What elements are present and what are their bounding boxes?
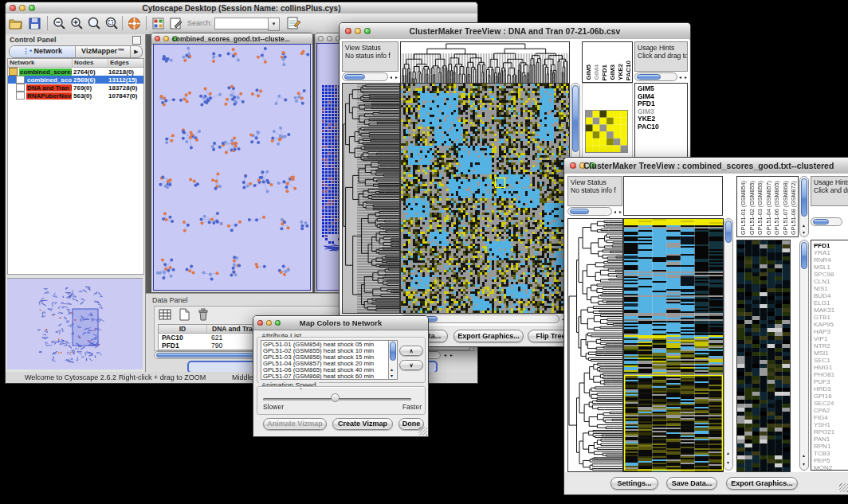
gene-label[interactable]: PFD1 (814, 242, 848, 249)
gene-label[interactable]: SEC24 (814, 400, 848, 407)
network-table-row[interactable]: combined_sco2569(6)13112(15) (8, 76, 143, 84)
minimize-icon[interactable] (163, 36, 169, 41)
minimize-icon[interactable] (327, 36, 332, 41)
treeview2-gene-list[interactable]: PFD1YRA1RNR4MSL1SPC98CLN1NIS1BUD4ELG1MAK… (811, 240, 848, 471)
treeview2-row-dendrogram[interactable] (567, 218, 623, 472)
gene-label[interactable]: MAK31 (814, 307, 848, 314)
animate-vizmap-button[interactable]: Animate Vizmap (263, 418, 327, 430)
close-icon[interactable] (318, 36, 324, 41)
gene-label[interactable]: VIP1 (814, 335, 848, 342)
treeview1-titlebar[interactable]: ClusterMaker TreeView : DNA and Tran 07-… (340, 23, 690, 40)
create-vizmap-button[interactable]: Create Vizmap (332, 418, 393, 430)
search-input[interactable] (214, 18, 269, 29)
network-window-1[interactable]: combined_scores_good.txt--cluste... (151, 33, 313, 293)
slider-thumb[interactable] (331, 393, 340, 402)
gene-label[interactable]: MON2 (814, 464, 848, 471)
dialog-titlebar[interactable]: Map Colors to Network (253, 316, 428, 330)
gene-label[interactable]: YSH1 (814, 421, 848, 428)
gene-label[interactable]: MSI1 (814, 350, 848, 357)
gene-label[interactable]: CLN1 (814, 278, 848, 285)
tab-network[interactable]: ⋮• Network (10, 46, 76, 57)
treeview2-column-labels[interactable]: GPL51-01 (GSM854)GPL51-02 (GSM855)GPL51-… (736, 176, 799, 237)
gene-label[interactable]: SEC1 (814, 357, 848, 364)
treeview2-status-scrollbar[interactable] (567, 207, 612, 216)
attribute-browser-icon[interactable] (286, 16, 301, 31)
scroll-down-icon[interactable]: ▾ (727, 460, 729, 465)
annotation-icon[interactable] (168, 16, 183, 31)
treeview1-usage-scrollbar[interactable] (634, 72, 677, 81)
network-table-row[interactable]: RNAPuberNov2+563(0)107847(0) (8, 92, 143, 100)
treeview1-heatmap[interactable] (400, 83, 570, 314)
close-icon[interactable] (570, 162, 576, 169)
network-table-row[interactable]: combined_scores2764(0)16218(0) (8, 68, 143, 76)
treeview1-column-labels[interactable]: GIM5GIM4PFD1GIM3YKE2PAC10 (582, 41, 633, 83)
settings-button[interactable]: Settings... (610, 477, 658, 490)
zoom-out-icon[interactable] (52, 16, 67, 31)
treeview2-collabel-scrollbar[interactable]: ▴ ▾ (799, 176, 809, 237)
scroll-up-icon[interactable]: ▴ (803, 453, 805, 458)
gene-label[interactable]: GTB1 (814, 314, 848, 321)
treeview1-column-dendrogram[interactable] (400, 41, 570, 84)
gene-label[interactable]: PHO81 (814, 371, 848, 378)
scroll-down-icon[interactable]: ▾ (803, 230, 805, 235)
gene-label[interactable]: PAC10 (638, 123, 687, 131)
treeview2-vscrollbar[interactable]: ▴ ▾ (724, 218, 733, 471)
treeview2-column-dendrogram[interactable] (623, 176, 723, 216)
gene-label[interactable]: HRD3 (814, 385, 848, 393)
scroll-up-icon[interactable]: ▴ (391, 367, 393, 372)
scroll-right-icon[interactable]: ▸ (685, 75, 687, 80)
help-lifering-icon[interactable] (127, 16, 142, 31)
main-titlebar[interactable]: Cytoscape Desktop (Session Name: collins… (6, 2, 477, 14)
float-panel-icon[interactable] (132, 36, 141, 45)
attribute-list-item[interactable]: GPL51-07 (GSM868) heat shock 60 min (263, 373, 395, 380)
new-page-icon[interactable] (177, 307, 191, 322)
move-up-button[interactable]: ∧ (399, 346, 423, 356)
attribute-list[interactable]: GPL51-01 (GSM854) heat shock 05 minGPL51… (261, 340, 398, 380)
export-graphics-button[interactable]: Export Graphics... (453, 330, 524, 342)
treeview1-status-scrollbar[interactable] (342, 72, 388, 81)
scroll-left-icon[interactable]: ◂ (390, 75, 392, 80)
gene-label[interactable]: HMG1 (814, 364, 848, 371)
scroll-right-icon[interactable]: ▸ (619, 209, 622, 214)
gene-label[interactable]: YRA1 (814, 249, 848, 256)
move-down-button[interactable]: ∨ (399, 360, 423, 370)
zoom-fit-icon[interactable] (87, 16, 102, 31)
gene-label[interactable]: TCB3 (814, 450, 848, 457)
scroll-right-icon[interactable]: ▸ (450, 353, 453, 357)
gene-label[interactable]: SPC98 (814, 271, 848, 278)
treeview2-heatmap[interactable] (623, 218, 724, 472)
vizmapper-icon[interactable] (151, 16, 166, 31)
search-dropdown-arrow-icon[interactable]: ▾ (268, 18, 280, 31)
gene-label[interactable]: CPA2 (814, 407, 848, 414)
gene-label[interactable]: PUF3 (814, 378, 848, 385)
zoom-in-icon[interactable] (69, 16, 84, 31)
gene-label[interactable]: PAN1 (814, 436, 848, 443)
gene-label[interactable]: PEP5 (814, 457, 848, 464)
gene-label[interactable]: RPO21 (814, 428, 848, 436)
scroll-up-icon[interactable]: ▴ (727, 451, 729, 455)
gene-label[interactable]: RNR4 (814, 256, 848, 264)
scroll-right-icon[interactable]: ▸ (395, 75, 398, 80)
scroll-left-icon[interactable]: ◂ (679, 75, 681, 80)
network-table-header[interactable]: Network Nodes Edges (8, 59, 143, 68)
save-icon[interactable] (27, 16, 42, 31)
scroll-down-icon[interactable]: ▾ (803, 462, 805, 467)
gene-label[interactable]: GPI16 (814, 393, 848, 400)
network-table-row[interactable]: DNA and Tran 07769(0)183728(0) (8, 84, 143, 92)
export-graphics-button[interactable]: Export Graphics... (726, 477, 798, 490)
save-data-button[interactable]: Save Data... (666, 477, 717, 490)
treeview2-usage-scrollbar[interactable] (811, 217, 842, 226)
network-view-canvas[interactable] (153, 44, 311, 291)
tab-vizmapper[interactable]: VizMapper™ (76, 46, 130, 57)
gene-label[interactable]: FIG4 (814, 414, 848, 421)
open-folder-icon[interactable] (8, 16, 23, 31)
scroll-left-icon[interactable]: ◂ (614, 209, 616, 214)
close-icon[interactable] (155, 36, 160, 41)
attribute-list-scrollbar[interactable]: ▴ ▾ (388, 341, 397, 379)
treeview2-secondary-heatmap[interactable] (736, 240, 791, 472)
table-icon[interactable] (158, 307, 172, 322)
gene-label[interactable]: MSL1 (814, 264, 848, 271)
treeview2-secondary-scrollbar[interactable]: ▴ ▾ (799, 240, 809, 471)
scroll-left-icon[interactable]: ◂ (444, 353, 446, 357)
gene-label[interactable]: NTR2 (814, 342, 848, 350)
